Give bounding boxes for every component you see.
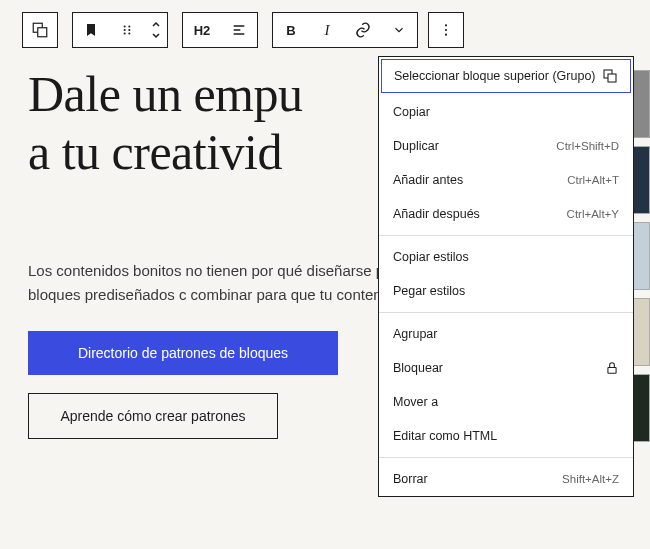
bold-icon: B — [286, 23, 295, 38]
svg-point-8 — [445, 24, 447, 26]
menu-add-before[interactable]: Añadir antes Ctrl+Alt+T — [379, 163, 633, 197]
menu-label: Duplicar — [393, 139, 439, 153]
heading-block-button[interactable] — [73, 13, 109, 47]
menu-separator — [379, 312, 633, 313]
heading-level-group: H2 — [182, 12, 258, 48]
svg-rect-13 — [608, 367, 616, 373]
menu-label: Agrupar — [393, 327, 437, 341]
svg-point-9 — [445, 29, 447, 31]
menu-label: Copiar estilos — [393, 250, 469, 264]
menu-shortcut: Ctrl+Shift+D — [556, 140, 619, 152]
block-type-group — [72, 12, 168, 48]
lock-icon — [605, 361, 619, 375]
options-button[interactable] — [428, 12, 464, 48]
heading-level-label: H2 — [194, 23, 211, 38]
menu-delete[interactable]: Borrar Shift+Alt+Z — [379, 462, 633, 496]
format-group: B I — [272, 12, 418, 48]
menu-edit-html[interactable]: Editar como HTML — [379, 419, 633, 453]
drag-icon — [120, 23, 134, 37]
menu-label: Copiar — [393, 105, 430, 119]
svg-point-3 — [128, 25, 130, 27]
link-icon — [354, 21, 372, 39]
align-button[interactable] — [221, 13, 257, 47]
menu-shortcut: Ctrl+Alt+T — [567, 174, 619, 186]
bold-button[interactable]: B — [273, 13, 309, 47]
italic-button[interactable]: I — [309, 13, 345, 47]
bookmark-icon — [83, 22, 99, 38]
menu-label: Mover a — [393, 395, 438, 409]
svg-rect-12 — [608, 74, 616, 82]
menu-move-to[interactable]: Mover a — [379, 385, 633, 419]
learn-patterns-button[interactable]: Aprende cómo crear patrones — [28, 393, 278, 439]
menu-label: Editar como HTML — [393, 429, 497, 443]
menu-group[interactable]: Agrupar — [379, 317, 633, 351]
block-options-menu: Seleccionar bloque superior (Grupo) Copi… — [378, 56, 634, 497]
select-parent-button[interactable] — [22, 12, 58, 48]
svg-point-10 — [445, 34, 447, 36]
group-icon — [31, 21, 49, 39]
up-down-icon — [150, 20, 162, 40]
chevron-down-icon — [392, 23, 406, 37]
group-icon — [602, 68, 618, 84]
more-vertical-icon — [438, 22, 454, 38]
menu-shortcut: Shift+Alt+Z — [562, 473, 619, 485]
svg-point-2 — [124, 25, 126, 27]
svg-rect-1 — [38, 28, 47, 37]
svg-point-7 — [128, 32, 130, 34]
menu-label: Añadir antes — [393, 173, 463, 187]
heading-line-2: a tu creativid — [28, 124, 282, 180]
menu-separator — [379, 235, 633, 236]
patterns-directory-button[interactable]: Directorio de patrones de bloques — [28, 331, 338, 375]
menu-shortcut: Ctrl+Alt+Y — [567, 208, 619, 220]
italic-icon: I — [325, 22, 330, 39]
menu-label: Añadir después — [393, 207, 480, 221]
align-icon — [231, 22, 247, 38]
menu-label: Borrar — [393, 472, 428, 486]
more-format-button[interactable] — [381, 13, 417, 47]
heading-level-button[interactable]: H2 — [183, 13, 221, 47]
menu-copy-styles[interactable]: Copiar estilos — [379, 240, 633, 274]
svg-point-6 — [124, 32, 126, 34]
drag-handle[interactable] — [109, 13, 145, 47]
link-button[interactable] — [345, 13, 381, 47]
heading-line-1: Dale un empu — [28, 66, 302, 122]
menu-label: Bloquear — [393, 361, 443, 375]
menu-label: Pegar estilos — [393, 284, 465, 298]
block-toolbar: H2 B I — [0, 0, 650, 56]
menu-duplicate[interactable]: Duplicar Ctrl+Shift+D — [379, 129, 633, 163]
menu-separator — [379, 457, 633, 458]
svg-point-5 — [128, 29, 130, 31]
menu-add-after[interactable]: Añadir después Ctrl+Alt+Y — [379, 197, 633, 231]
menu-select-parent[interactable]: Seleccionar bloque superior (Grupo) — [381, 59, 631, 93]
svg-point-4 — [124, 29, 126, 31]
menu-copy[interactable]: Copiar — [379, 95, 633, 129]
move-arrows[interactable] — [145, 13, 167, 47]
menu-lock[interactable]: Bloquear — [379, 351, 633, 385]
menu-label: Seleccionar bloque superior (Grupo) — [394, 69, 596, 83]
menu-paste-styles[interactable]: Pegar estilos — [379, 274, 633, 308]
